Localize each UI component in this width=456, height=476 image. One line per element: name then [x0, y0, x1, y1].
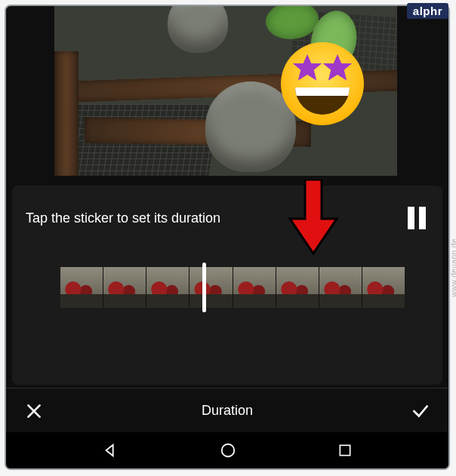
instruction-arrow [287, 180, 340, 255]
duration-panel: Tap the sticker to set its duration [12, 186, 442, 385]
timeline-frame [103, 267, 146, 308]
duration-action-bar: Duration [6, 388, 448, 433]
hint-text: Tap the sticker to set its duration [26, 210, 220, 226]
source-badge: alphr [407, 3, 448, 19]
timeline-scrubber[interactable] [60, 267, 405, 308]
svg-marker-0 [293, 54, 322, 81]
svg-rect-4 [340, 445, 350, 455]
timeline-frame [233, 267, 276, 308]
android-navbar [6, 432, 448, 468]
timeline-frame [146, 267, 189, 308]
svg-point-3 [222, 444, 235, 457]
timeline-frame [276, 267, 319, 308]
recent-button[interactable] [337, 443, 353, 458]
app-frame: Tap the sticker to set its duration Dura… [5, 5, 450, 470]
pause-icon[interactable] [408, 207, 429, 229]
check-icon[interactable] [411, 401, 430, 421]
close-icon[interactable] [24, 401, 44, 421]
playhead[interactable] [202, 263, 206, 312]
back-button[interactable] [102, 442, 119, 459]
watermark-text: www.deuapp.de [451, 238, 457, 297]
video-preview[interactable] [54, 6, 397, 176]
home-button[interactable] [220, 442, 236, 459]
svg-marker-2 [290, 180, 337, 253]
timeline-frame [189, 267, 233, 308]
timeline-frame [60, 267, 103, 308]
star-eyes-emoji-sticker[interactable] [281, 42, 364, 125]
duration-title: Duration [202, 403, 253, 419]
timeline-frame [319, 267, 362, 308]
timeline-frame [362, 267, 405, 308]
svg-marker-1 [323, 54, 353, 81]
